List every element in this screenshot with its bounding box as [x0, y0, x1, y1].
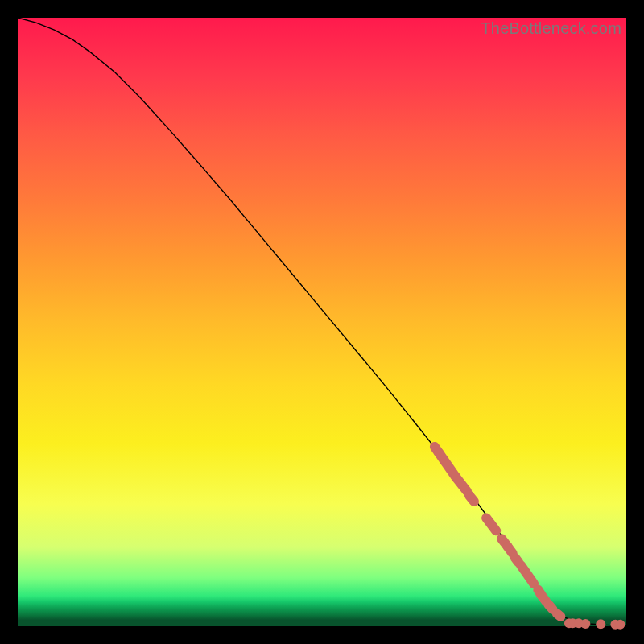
marker-point: [596, 619, 605, 629]
marker-segments: [435, 447, 560, 617]
marker-segment: [486, 518, 496, 530]
plot-area: TheBottleneck.com: [18, 18, 626, 626]
chart-stage: TheBottleneck.com: [0, 0, 644, 644]
marker-segment: [557, 613, 561, 617]
marker-segment: [541, 595, 546, 601]
marker-point: [580, 619, 590, 629]
marker-segment: [548, 605, 552, 609]
chart-curve: [18, 18, 626, 625]
marker-point: [615, 620, 625, 630]
marker-segment: [521, 565, 534, 584]
marker-segment: [508, 547, 513, 553]
marker-segment: [456, 477, 467, 491]
marker-segment: [469, 495, 474, 502]
chart-overlay: [18, 18, 626, 626]
